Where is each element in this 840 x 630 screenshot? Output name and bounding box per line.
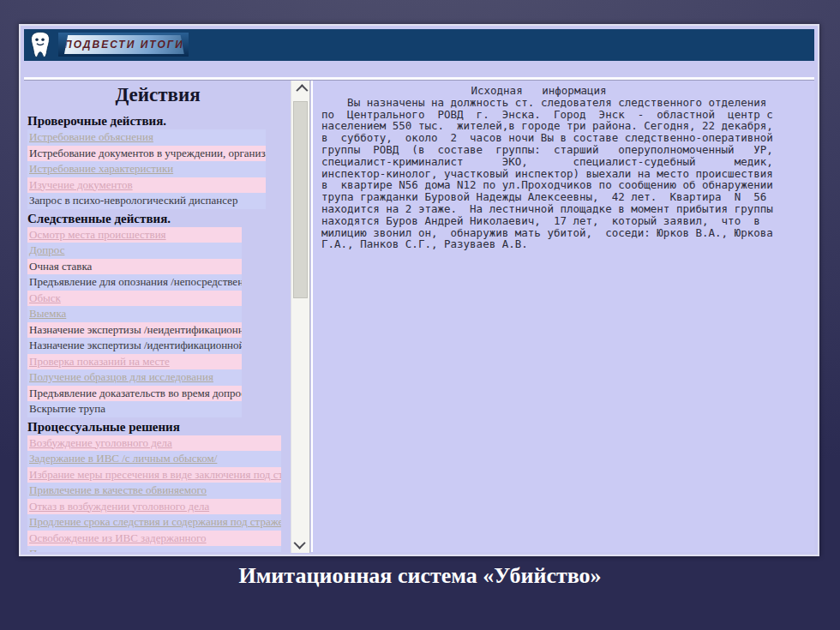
action-item[interactable]: Отказ в возбуждении уголовного дела xyxy=(27,499,281,515)
action-item[interactable]: Запрос в психо-неврологический диспансер xyxy=(27,193,266,209)
action-item[interactable]: Задержание в ИВС /с личным обыском/ xyxy=(27,451,281,467)
action-item[interactable]: Истребование объяснения xyxy=(27,129,266,146)
chevron-down-icon xyxy=(293,537,305,549)
section-header: Следственные действия. xyxy=(27,211,288,226)
action-item[interactable]: Обыск xyxy=(27,291,242,307)
summary-button[interactable]: ПОДВЕСТИ ИТОГИ xyxy=(58,33,189,57)
section-header: Процессуальные решения xyxy=(27,419,288,435)
action-item[interactable]: Выемка xyxy=(27,306,242,322)
info-panel: Исходная информация Вы назначены на долж… xyxy=(311,81,814,552)
action-item[interactable]: Допрос xyxy=(27,243,242,259)
action-item[interactable]: Назначение экспертизы /идентификационной… xyxy=(27,338,242,354)
action-item[interactable]: Получение образцов для исследования xyxy=(27,369,242,386)
summary-button-face: ПОДВЕСТИ ИТОГИ xyxy=(64,35,184,54)
action-item[interactable]: Очная ставка xyxy=(27,259,242,275)
app-window: ПОДВЕСТИ ИТОГИ Действия Проверочные дейс… xyxy=(19,24,819,556)
page-caption: Имитационная система «Убийство» xyxy=(0,563,840,589)
action-item[interactable]: Вскрытие трупа xyxy=(27,401,242,417)
scrollbar-thumb[interactable] xyxy=(293,101,308,298)
actions-panel: Действия Проверочные действия.Истребован… xyxy=(27,82,288,552)
scroll-up-button[interactable] xyxy=(291,82,309,96)
action-item[interactable]: Истребование характеристики xyxy=(27,161,266,177)
action-item[interactable]: Предъявление для опознания /непосредстве… xyxy=(27,274,242,291)
action-item[interactable]: Освобождение из ИВС задержанного xyxy=(27,531,281,547)
action-item[interactable]: Привлечение в качестве обвиняемого xyxy=(27,483,281,499)
tooth-face-icon xyxy=(28,31,52,59)
action-item[interactable]: Продление срока следствия и содержания п… xyxy=(27,514,281,531)
info-panel-text: Вы назначены на должность ст. следовател… xyxy=(321,97,807,250)
section-items: Возбуждение уголовного делаЗадержание в … xyxy=(27,435,281,553)
chevron-up-icon xyxy=(296,84,308,96)
info-panel-title: Исходная информация xyxy=(321,85,756,97)
action-item[interactable]: Предъявление доказательств во время допр… xyxy=(27,386,242,402)
action-item[interactable]: Истребование документов в учреждении, ор… xyxy=(27,146,266,162)
actions-panel-title: Действия xyxy=(27,84,288,106)
scroll-down-button[interactable] xyxy=(291,537,309,551)
section-items: Истребование объясненияИстребование доку… xyxy=(27,129,266,209)
action-item[interactable]: Избрание меры пресечения в виде заключен… xyxy=(27,467,281,483)
section-header: Проверочные действия. xyxy=(27,113,288,129)
actions-list: Проверочные действия.Истребование объясн… xyxy=(27,113,288,552)
action-item[interactable]: Осмотр места происшествия xyxy=(27,227,242,243)
action-item[interactable]: Изучение документов xyxy=(27,177,266,194)
summary-button-label: ПОДВЕСТИ ИТОГИ xyxy=(64,39,184,51)
section-items: Осмотр места происшествияДопросОчная ста… xyxy=(27,227,242,417)
actions-scrollbar[interactable] xyxy=(291,81,310,553)
action-item[interactable]: Прекращение уголовного дела xyxy=(27,546,281,552)
action-item[interactable]: Назначение экспертизы /неидентификационн… xyxy=(27,322,242,339)
title-bar: ПОДВЕСТИ ИТОГИ xyxy=(24,29,814,61)
action-item[interactable]: Возбуждение уголовного дела xyxy=(27,435,281,452)
action-item[interactable]: Проверка показаний на месте xyxy=(27,354,242,370)
